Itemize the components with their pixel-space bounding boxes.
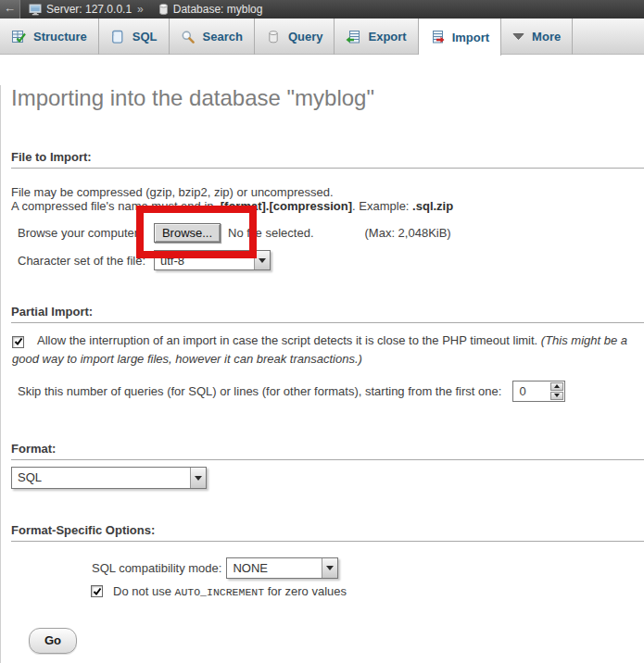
- section-heading-partial-import: Partial Import:: [11, 305, 644, 323]
- tab-sql[interactable]: SQL: [99, 19, 170, 55]
- export-icon: [346, 30, 360, 44]
- tab-export[interactable]: Export: [335, 19, 418, 55]
- charset-select-value: utf-8: [155, 251, 254, 269]
- tab-label: Search: [203, 30, 243, 44]
- format-select-value: SQL: [12, 468, 190, 488]
- import-icon: [430, 30, 445, 44]
- tab-label: SQL: [133, 30, 158, 44]
- breadcrumb-database[interactable]: Database: myblog: [173, 3, 263, 16]
- tab-label: More: [532, 30, 561, 44]
- stepper-down-icon[interactable]: [550, 392, 563, 400]
- search-icon: [181, 30, 196, 44]
- charset-select[interactable]: utf-8: [154, 250, 271, 270]
- line2-example-token: .sql.zip: [412, 199, 453, 213]
- sql-compatibility-row: SQL compatibility mode: NONE: [1, 557, 644, 579]
- charset-row: Character set of the file: utf-8: [1, 249, 644, 271]
- zero-prefix: Do not use: [113, 584, 175, 598]
- structure-icon: [11, 30, 26, 44]
- allow-interruption-paragraph: Allow the interruption of an import in c…: [11, 332, 637, 369]
- tab-label: Structure: [33, 30, 87, 44]
- compression-info-line1: File may be compressed (gzip, bzip2, zip…: [11, 185, 644, 199]
- go-row: Go: [1, 628, 644, 654]
- sql-compatibility-select[interactable]: NONE: [226, 557, 338, 579]
- section-heading-format-specific: Format-Specific Options:: [11, 523, 644, 542]
- zero-values-checkbox[interactable]: [91, 585, 103, 597]
- line2-mid: . Example:: [352, 199, 412, 213]
- dropdown-arrow-icon[interactable]: [322, 558, 337, 578]
- skip-label: Skip this number of queries (for SQL) or…: [18, 384, 501, 398]
- checkmark-icon: [93, 587, 102, 596]
- tab-label: Import: [452, 31, 489, 44]
- main-content: Importing into the database "myblog" Fil…: [0, 85, 644, 663]
- line2-format-token: .[format].[compression]: [217, 199, 352, 213]
- file-status: No file selected.: [228, 226, 314, 240]
- query-icon: [266, 30, 281, 44]
- compression-info-line2: A compressed file's name must end in .[f…: [11, 199, 644, 213]
- breadcrumb-server[interactable]: Server: 127.0.0.1: [46, 3, 132, 16]
- format-select-row: SQL: [1, 467, 644, 489]
- tab-label: Query: [288, 30, 323, 44]
- sql-icon: [110, 30, 125, 44]
- zero-code: AUTO_INCREMENT: [175, 586, 265, 598]
- page-title: Importing into the database "myblog": [11, 85, 644, 111]
- stepper-up-icon[interactable]: [550, 382, 563, 391]
- tab-search[interactable]: Search: [170, 19, 255, 55]
- database-icon: [158, 3, 170, 16]
- stepper-buttons: [549, 382, 564, 401]
- sql-compatibility-label: SQL compatibility mode:: [92, 561, 221, 575]
- skip-row: Skip this number of queries (for SQL) or…: [1, 379, 644, 403]
- dropdown-arrow-icon[interactable]: [190, 468, 206, 488]
- tab-import[interactable]: Import: [419, 19, 501, 56]
- zero-values-row: Do not use AUTO_INCREMENT for zero value…: [1, 584, 644, 598]
- charset-label: Character set of the file:: [18, 254, 154, 268]
- breadcrumb-bar: ← Server: 127.0.0.1 » Database: myblog: [0, 0, 644, 19]
- tab-label: Export: [368, 30, 406, 44]
- server-icon: [29, 3, 43, 17]
- line2-prefix: A compressed file's name must end in: [11, 199, 217, 213]
- back-arrow-button[interactable]: ←: [0, 0, 20, 19]
- browse-button[interactable]: Browse...: [154, 223, 221, 243]
- allow-interruption-text: Allow the interruption of an import in c…: [37, 333, 541, 347]
- section-heading-format: Format:: [11, 442, 644, 460]
- go-button[interactable]: Go: [29, 628, 77, 654]
- zero-values-text: Do not use AUTO_INCREMENT for zero value…: [113, 584, 347, 598]
- allow-interruption-checkbox[interactable]: [12, 336, 24, 348]
- format-select[interactable]: SQL: [11, 467, 207, 489]
- sql-compatibility-value: NONE: [227, 558, 322, 578]
- tab-query[interactable]: Query: [255, 19, 335, 55]
- zero-suffix: for zero values: [264, 584, 347, 598]
- tab-structure[interactable]: Structure: [0, 19, 99, 55]
- tab-more[interactable]: More: [501, 19, 573, 55]
- dropdown-arrow-icon[interactable]: [254, 251, 270, 269]
- section-heading-file-to-import: File to Import:: [11, 150, 644, 169]
- skip-count-value: 0: [513, 382, 549, 401]
- skip-count-stepper[interactable]: 0: [512, 381, 565, 402]
- max-size-note: (Max: 2,048KiB): [365, 226, 451, 240]
- chevron-down-icon: [512, 32, 524, 41]
- tab-bar: Structure SQL Search Query: [0, 19, 644, 55]
- browse-label: Browse your computer:: [18, 226, 154, 240]
- browse-row: Browse your computer: Browse... No file …: [1, 220, 644, 244]
- breadcrumb-separator: »: [137, 3, 144, 16]
- checkmark-icon: [14, 337, 23, 346]
